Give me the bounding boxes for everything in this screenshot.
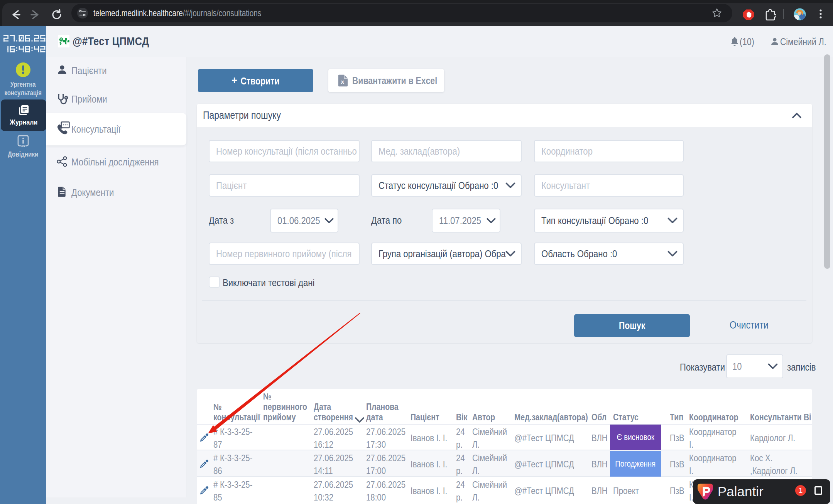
svg-text:x: x — [341, 78, 345, 85]
